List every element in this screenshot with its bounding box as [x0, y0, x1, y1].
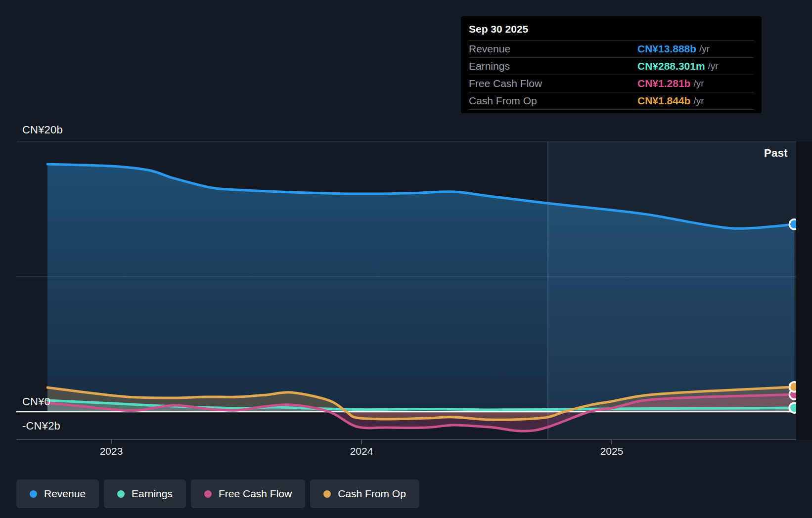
legend-item-cash-from-op[interactable]: Cash From Op [310, 479, 419, 508]
cash-from-op-dot-icon [323, 490, 331, 498]
earnings-dot-icon [117, 490, 125, 498]
plot-right-margin-band [796, 142, 812, 439]
x-axis-label-2024: 2024 [327, 445, 396, 457]
tooltip-date: Sep 30 2025 [469, 16, 754, 40]
chart-legend: Revenue Earnings Free Cash Flow Cash Fro… [16, 479, 419, 508]
tooltip-label: Cash From Op [469, 95, 637, 107]
tooltip-row-cash-from-op: Cash From Op CN¥1.844b /yr [469, 92, 754, 109]
tooltip-unit: /yr [708, 61, 719, 72]
legend-item-free-cash-flow[interactable]: Free Cash Flow [191, 479, 305, 508]
tooltip-value: CN¥288.301m [637, 60, 705, 72]
x-axis-label-2025: 2025 [577, 445, 646, 457]
y-axis-label-0: CN¥0 [22, 395, 50, 408]
tooltip-unit: /yr [699, 43, 710, 54]
tooltip-label: Earnings [469, 60, 637, 72]
legend-item-earnings[interactable]: Earnings [104, 479, 186, 508]
tooltip-value: CN¥1.844b [637, 95, 690, 107]
y-axis-label-neg2b: -CN¥2b [22, 420, 60, 432]
legend-item-revenue[interactable]: Revenue [16, 479, 99, 508]
tooltip-unit: /yr [693, 78, 704, 89]
earnings-revenue-history-chart: CN¥20b CN¥0 -CN¥2b 2023 2024 2025 Past S… [0, 0, 812, 518]
chart-tooltip: Sep 30 2025 Revenue CN¥13.888b /yr Earni… [461, 16, 762, 113]
revenue-dot-icon [30, 490, 37, 498]
legend-label: Revenue [44, 488, 86, 500]
y-axis-label-20b: CN¥20b [22, 124, 63, 136]
legend-label: Cash From Op [338, 488, 406, 500]
tooltip-row-earnings: Earnings CN¥288.301m /yr [469, 57, 754, 75]
tooltip-label: Free Cash Flow [469, 78, 637, 89]
tooltip-label: Revenue [469, 43, 637, 55]
tooltip-value: CN¥13.888b [637, 43, 696, 55]
tooltip-footer [469, 109, 754, 113]
tooltip-value: CN¥1.281b [637, 78, 690, 89]
legend-label: Earnings [132, 488, 173, 500]
x-axis-label-2023: 2023 [77, 445, 146, 457]
tooltip-row-revenue: Revenue CN¥13.888b /yr [469, 40, 754, 57]
free-cash-flow-dot-icon [204, 490, 212, 498]
tooltip-unit: /yr [693, 95, 704, 106]
tooltip-row-free-cash-flow: Free Cash Flow CN¥1.281b /yr [469, 75, 754, 92]
past-region-label: Past [728, 147, 788, 160]
legend-label: Free Cash Flow [219, 488, 292, 500]
